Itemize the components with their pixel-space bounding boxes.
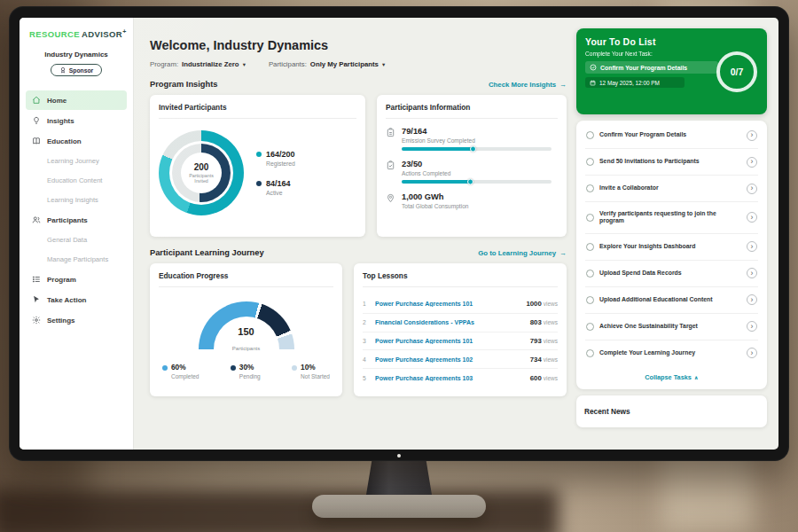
- lesson-link[interactable]: Power Purchase Agreements 101: [375, 338, 525, 344]
- task-row-confirm-program[interactable]: Confirm Your Program Details ›: [585, 122, 758, 149]
- lesson-link[interactable]: Financial Considerations - VPPAs: [375, 319, 525, 325]
- checklist-icon: [386, 160, 395, 170]
- task-checkbox[interactable]: [586, 243, 594, 251]
- go-to-learning-journey-link[interactable]: Go to Learning Journey →: [478, 249, 567, 257]
- chevron-right-icon[interactable]: ›: [747, 212, 757, 223]
- card-title: Invited Participants: [159, 103, 356, 119]
- due-date-chip: 12 May 2025, 12:00 PM: [585, 77, 685, 88]
- task-row-send-invitations[interactable]: Send 50 Invitations to Participants ›: [585, 149, 758, 176]
- program-filter[interactable]: Program: Industrialize Zero ▾: [150, 60, 246, 68]
- participants-information-card: Participants Information 79/164 Emission…: [377, 95, 567, 237]
- gear-icon: [32, 316, 41, 325]
- gauge-center-value: 150: [199, 327, 294, 338]
- task-checkbox[interactable]: [586, 214, 594, 222]
- chevron-right-icon[interactable]: ›: [747, 268, 757, 278]
- card-title: Participants Information: [386, 103, 558, 119]
- home-icon: [32, 96, 41, 105]
- filter-label: Program:: [150, 60, 178, 68]
- todo-progress-value: 0/7: [731, 66, 744, 77]
- task-label: Achieve One Sustainability Target: [599, 323, 741, 331]
- sidebar-item-label: Participants: [47, 216, 88, 224]
- legend-item-pending: 30% Pending: [231, 363, 261, 379]
- sidebar-item-participants[interactable]: Participants: [26, 210, 127, 230]
- sidebar-item-take-action[interactable]: Take Action: [26, 290, 127, 309]
- chevron-right-icon[interactable]: ›: [747, 294, 757, 305]
- stat-global-consumption: 1,000 GWh Total Global Consumption: [386, 192, 558, 213]
- sidebar-item-program[interactable]: Program: [26, 270, 127, 289]
- sidebar-item-education-content[interactable]: Education Content: [26, 171, 127, 190]
- chevron-right-icon[interactable]: ›: [747, 130, 757, 141]
- chevron-right-icon[interactable]: ›: [747, 157, 757, 168]
- chevron-right-icon[interactable]: ›: [747, 348, 757, 358]
- lesson-row: 3 Power Purchase Agreements 101 793views: [363, 332, 558, 351]
- sidebar-item-learning-journey[interactable]: Learning Journey: [26, 152, 127, 170]
- sidebar-item-label: General Data: [47, 236, 87, 244]
- stat-value: 1,000 GWh: [402, 192, 558, 201]
- donut-center-value: 200: [194, 162, 209, 172]
- task-row-complete-learning-journey[interactable]: Complete Your Learning Journey ›: [585, 340, 758, 366]
- sidebar-item-manage-participants[interactable]: Manage Participants: [26, 250, 127, 269]
- section-title: Participant Learning Journey: [150, 248, 264, 257]
- lesson-link[interactable]: Power Purchase Agreements 101: [375, 301, 520, 307]
- collapse-label: Collapse Tasks: [645, 373, 692, 381]
- filter-label: Participants:: [269, 60, 307, 68]
- lesson-rank: 4: [363, 356, 370, 363]
- sidebar-item-insights[interactable]: Insights: [26, 111, 127, 130]
- main-area: Welcome, Industry Dynamics Program: Indu…: [134, 18, 778, 450]
- progress-bar: [402, 180, 552, 184]
- task-label: Confirm Your Program Details: [599, 131, 741, 139]
- task-label: Explore Your Insights Dashboard: [599, 243, 741, 251]
- sidebar-item-learning-insights[interactable]: Learning Insights: [26, 191, 127, 209]
- cursor-icon: [32, 295, 41, 304]
- lesson-rank: 3: [363, 338, 370, 344]
- task-row-verify-participants[interactable]: Verify participants requesting to join t…: [585, 202, 758, 234]
- chevron-right-icon[interactable]: ›: [747, 184, 757, 194]
- task-checkbox[interactable]: [586, 349, 594, 357]
- task-checkbox[interactable]: [586, 184, 594, 192]
- book-icon: [32, 137, 41, 145]
- lesson-rank: 5: [363, 375, 370, 381]
- sidebar-item-label: Learning Insights: [47, 196, 98, 204]
- task-row-invite-collaborator[interactable]: Invite a Collaborator ›: [585, 176, 758, 202]
- legend-value: 10%: [301, 363, 316, 372]
- next-task-chip[interactable]: Confirm Your Program Details: [585, 61, 718, 74]
- stat-value: 23/50: [402, 160, 558, 168]
- task-checkbox[interactable]: [586, 323, 594, 331]
- sponsor-badge[interactable]: Sponsor: [51, 64, 103, 76]
- power-led: [397, 454, 401, 458]
- task-row-explore-insights[interactable]: Explore Your Insights Dashboard ›: [585, 234, 758, 261]
- task-checkbox[interactable]: [586, 158, 594, 166]
- chevron-right-icon[interactable]: ›: [747, 321, 757, 332]
- task-checkbox[interactable]: [586, 296, 594, 304]
- task-row-upload-educational-content[interactable]: Upload Additional Educational Content ›: [585, 287, 758, 314]
- app-logo: RESOURCEADVISOR+: [20, 28, 133, 39]
- lesson-row: 5 Power Purchase Agreements 103 600views: [363, 369, 558, 387]
- lesson-link[interactable]: Power Purchase Agreements 102: [375, 356, 525, 363]
- chevron-right-icon[interactable]: ›: [747, 241, 757, 252]
- sidebar-item-home[interactable]: Home: [26, 90, 127, 110]
- lesson-link[interactable]: Power Purchase Agreements 103: [375, 375, 525, 381]
- task-label: Upload Additional Educational Content: [599, 296, 741, 304]
- sidebar-item-settings[interactable]: Settings: [26, 310, 127, 330]
- sidebar-item-education[interactable]: Education: [26, 131, 127, 151]
- task-checkbox[interactable]: [586, 270, 594, 278]
- education-progress-gauge: 150 Participants: [199, 301, 294, 353]
- org-name: Industry Dynamics: [20, 51, 133, 59]
- legend-label: Not Started: [301, 373, 330, 379]
- participants-filter[interactable]: Participants: Only My Participants ▾: [269, 60, 385, 68]
- monitor-stand-base: [312, 495, 486, 518]
- progress-knob: [470, 146, 476, 153]
- sidebar-item-general-data[interactable]: General Data: [26, 231, 127, 249]
- lesson-views-label: views: [544, 338, 558, 344]
- lesson-views-value: 1000: [526, 300, 541, 308]
- top-lessons-card: Top Lessons 1 Power Purchase Agreements …: [354, 263, 567, 396]
- stat-label: Actions Completed: [402, 170, 558, 176]
- stat-actions-completed: 23/50 Actions Completed: [386, 160, 558, 184]
- legend-dot-icon: [292, 365, 297, 371]
- link-label: Go to Learning Journey: [478, 249, 556, 257]
- task-checkbox[interactable]: [586, 131, 594, 139]
- task-row-achieve-target[interactable]: Achieve One Sustainability Target ›: [585, 314, 758, 340]
- collapse-tasks-link[interactable]: Collapse Tasks∧: [585, 366, 758, 386]
- task-row-upload-spend-data[interactable]: Upload Spend Data Records ›: [585, 261, 758, 287]
- check-more-insights-link[interactable]: Check More Insights →: [489, 81, 567, 89]
